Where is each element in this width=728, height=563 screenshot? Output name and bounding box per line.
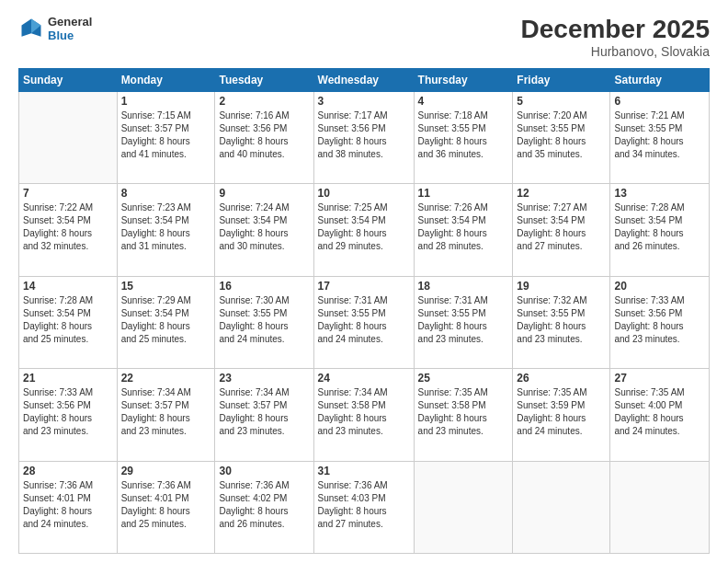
day-number: 23 — [219, 372, 309, 385]
calendar-cell: 31Sunrise: 7:36 AM Sunset: 4:03 PM Dayli… — [313, 461, 414, 553]
calendar-cell: 30Sunrise: 7:36 AM Sunset: 4:02 PM Dayli… — [215, 461, 313, 553]
day-header: Sunday — [19, 69, 118, 92]
calendar-cell — [19, 92, 118, 184]
calendar-cell: 28Sunrise: 7:36 AM Sunset: 4:01 PM Dayli… — [19, 461, 118, 553]
day-number: 8 — [121, 187, 211, 200]
day-info: Sunrise: 7:23 AM Sunset: 3:54 PM Dayligh… — [121, 201, 211, 253]
day-info: Sunrise: 7:27 AM Sunset: 3:54 PM Dayligh… — [517, 201, 606, 253]
calendar-cell — [513, 461, 610, 553]
calendar-cell: 4Sunrise: 7:18 AM Sunset: 3:55 PM Daylig… — [414, 92, 513, 184]
day-number: 14 — [23, 280, 113, 293]
day-header: Monday — [117, 69, 215, 92]
day-number: 30 — [219, 465, 309, 477]
day-info: Sunrise: 7:30 AM Sunset: 3:55 PM Dayligh… — [219, 294, 309, 346]
day-header: Saturday — [610, 69, 710, 92]
day-info: Sunrise: 7:28 AM Sunset: 3:54 PM Dayligh… — [614, 201, 705, 253]
day-info: Sunrise: 7:35 AM Sunset: 4:00 PM Dayligh… — [614, 386, 705, 438]
calendar-cell: 8Sunrise: 7:23 AM Sunset: 3:54 PM Daylig… — [117, 184, 215, 276]
calendar-week-row: 21Sunrise: 7:33 AM Sunset: 3:56 PM Dayli… — [19, 369, 710, 461]
day-number: 6 — [614, 95, 705, 108]
calendar-cell: 29Sunrise: 7:36 AM Sunset: 4:01 PM Dayli… — [117, 461, 215, 553]
day-number: 21 — [23, 372, 113, 385]
day-number: 17 — [318, 280, 410, 293]
day-number: 20 — [614, 280, 705, 293]
calendar-cell: 18Sunrise: 7:31 AM Sunset: 3:55 PM Dayli… — [414, 276, 513, 368]
calendar-cell: 13Sunrise: 7:28 AM Sunset: 3:54 PM Dayli… — [610, 184, 710, 276]
day-info: Sunrise: 7:24 AM Sunset: 3:54 PM Dayligh… — [219, 201, 309, 253]
page: General Blue December 2025 Hurbanovo, Sl… — [0, 0, 728, 563]
day-info: Sunrise: 7:28 AM Sunset: 3:54 PM Dayligh… — [23, 294, 113, 346]
calendar-cell: 19Sunrise: 7:32 AM Sunset: 3:55 PM Dayli… — [513, 276, 610, 368]
day-number: 31 — [318, 465, 410, 477]
day-number: 12 — [517, 187, 606, 200]
day-info: Sunrise: 7:35 AM Sunset: 3:59 PM Dayligh… — [517, 386, 606, 438]
day-info: Sunrise: 7:29 AM Sunset: 3:54 PM Dayligh… — [121, 294, 211, 346]
day-number: 26 — [517, 372, 606, 385]
calendar-cell: 16Sunrise: 7:30 AM Sunset: 3:55 PM Dayli… — [215, 276, 313, 368]
calendar-cell: 22Sunrise: 7:34 AM Sunset: 3:57 PM Dayli… — [117, 369, 215, 461]
logo: General Blue — [18, 15, 92, 42]
calendar-cell: 26Sunrise: 7:35 AM Sunset: 3:59 PM Dayli… — [513, 369, 610, 461]
day-number: 11 — [418, 187, 509, 200]
day-info: Sunrise: 7:21 AM Sunset: 3:55 PM Dayligh… — [614, 109, 705, 161]
day-info: Sunrise: 7:25 AM Sunset: 3:54 PM Dayligh… — [318, 201, 410, 253]
day-number: 7 — [23, 187, 113, 200]
logo-text: General Blue — [48, 15, 92, 42]
calendar-cell — [610, 461, 710, 553]
calendar-cell: 12Sunrise: 7:27 AM Sunset: 3:54 PM Dayli… — [513, 184, 610, 276]
day-header: Tuesday — [215, 69, 313, 92]
month-title: December 2025 — [521, 15, 710, 44]
calendar-header-row: SundayMondayTuesdayWednesdayThursdayFrid… — [19, 69, 710, 92]
calendar-week-row: 14Sunrise: 7:28 AM Sunset: 3:54 PM Dayli… — [19, 276, 710, 368]
calendar-cell: 14Sunrise: 7:28 AM Sunset: 3:54 PM Dayli… — [19, 276, 118, 368]
calendar: SundayMondayTuesdayWednesdayThursdayFrid… — [18, 68, 710, 554]
calendar-cell: 7Sunrise: 7:22 AM Sunset: 3:54 PM Daylig… — [19, 184, 118, 276]
calendar-cell: 21Sunrise: 7:33 AM Sunset: 3:56 PM Dayli… — [19, 369, 118, 461]
day-number: 5 — [517, 95, 606, 108]
calendar-cell: 3Sunrise: 7:17 AM Sunset: 3:56 PM Daylig… — [313, 92, 414, 184]
day-number: 10 — [318, 187, 410, 200]
day-info: Sunrise: 7:16 AM Sunset: 3:56 PM Dayligh… — [219, 109, 309, 161]
calendar-cell: 15Sunrise: 7:29 AM Sunset: 3:54 PM Dayli… — [117, 276, 215, 368]
day-info: Sunrise: 7:20 AM Sunset: 3:55 PM Dayligh… — [517, 109, 606, 161]
calendar-week-row: 28Sunrise: 7:36 AM Sunset: 4:01 PM Dayli… — [19, 461, 710, 553]
calendar-cell: 25Sunrise: 7:35 AM Sunset: 3:58 PM Dayli… — [414, 369, 513, 461]
calendar-cell: 23Sunrise: 7:34 AM Sunset: 3:57 PM Dayli… — [215, 369, 313, 461]
day-number: 24 — [318, 372, 410, 385]
day-number: 29 — [121, 465, 211, 477]
day-info: Sunrise: 7:34 AM Sunset: 3:57 PM Dayligh… — [121, 386, 211, 438]
calendar-cell — [414, 461, 513, 553]
day-number: 16 — [219, 280, 309, 293]
day-info: Sunrise: 7:31 AM Sunset: 3:55 PM Dayligh… — [418, 294, 509, 346]
day-number: 1 — [121, 95, 211, 108]
day-info: Sunrise: 7:26 AM Sunset: 3:54 PM Dayligh… — [418, 201, 509, 253]
day-number: 27 — [614, 372, 705, 385]
day-number: 2 — [219, 95, 309, 108]
calendar-cell: 9Sunrise: 7:24 AM Sunset: 3:54 PM Daylig… — [215, 184, 313, 276]
calendar-cell: 24Sunrise: 7:34 AM Sunset: 3:58 PM Dayli… — [313, 369, 414, 461]
day-header: Thursday — [414, 69, 513, 92]
calendar-week-row: 7Sunrise: 7:22 AM Sunset: 3:54 PM Daylig… — [19, 184, 710, 276]
day-info: Sunrise: 7:34 AM Sunset: 3:57 PM Dayligh… — [219, 386, 309, 438]
day-info: Sunrise: 7:32 AM Sunset: 3:55 PM Dayligh… — [517, 294, 606, 346]
calendar-cell: 11Sunrise: 7:26 AM Sunset: 3:54 PM Dayli… — [414, 184, 513, 276]
day-number: 15 — [121, 280, 211, 293]
day-header: Friday — [513, 69, 610, 92]
calendar-week-row: 1Sunrise: 7:15 AM Sunset: 3:57 PM Daylig… — [19, 92, 710, 184]
day-info: Sunrise: 7:15 AM Sunset: 3:57 PM Dayligh… — [121, 109, 211, 161]
day-info: Sunrise: 7:31 AM Sunset: 3:55 PM Dayligh… — [318, 294, 410, 346]
day-info: Sunrise: 7:17 AM Sunset: 3:56 PM Dayligh… — [318, 109, 410, 161]
day-number: 19 — [517, 280, 606, 293]
day-info: Sunrise: 7:33 AM Sunset: 3:56 PM Dayligh… — [23, 386, 113, 438]
day-info: Sunrise: 7:36 AM Sunset: 4:03 PM Dayligh… — [318, 479, 410, 531]
subtitle: Hurbanovo, Slovakia — [521, 44, 710, 59]
day-info: Sunrise: 7:34 AM Sunset: 3:58 PM Dayligh… — [318, 386, 410, 438]
calendar-cell: 10Sunrise: 7:25 AM Sunset: 3:54 PM Dayli… — [313, 184, 414, 276]
day-info: Sunrise: 7:36 AM Sunset: 4:02 PM Dayligh… — [219, 479, 309, 531]
day-header: Wednesday — [313, 69, 414, 92]
day-info: Sunrise: 7:33 AM Sunset: 3:56 PM Dayligh… — [614, 294, 705, 346]
day-number: 22 — [121, 372, 211, 385]
day-number: 18 — [418, 280, 509, 293]
day-info: Sunrise: 7:36 AM Sunset: 4:01 PM Dayligh… — [121, 479, 211, 531]
calendar-cell: 2Sunrise: 7:16 AM Sunset: 3:56 PM Daylig… — [215, 92, 313, 184]
